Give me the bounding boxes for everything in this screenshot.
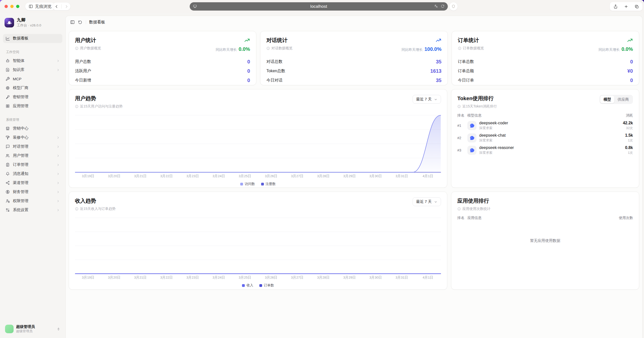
sidebar-item-应用管理[interactable]: 应用管理 (3, 102, 62, 111)
x-axis-label: 3月20日 (101, 174, 127, 178)
sidebar-item-订单管理[interactable]: 订单管理 (3, 160, 62, 169)
ranking-toggle: 模型 供应商 (599, 95, 633, 104)
sidebar-section-label: 工作空间 (6, 50, 65, 54)
stat-value: 0 (247, 68, 250, 74)
stat-rows: 用户总数0活跃用户0今日新增0 (75, 57, 250, 85)
translate-icon[interactable] (434, 4, 438, 8)
reload-icon[interactable] (441, 4, 445, 8)
card-subtitle: 订单数据概览 (463, 46, 484, 51)
model-provider: 深度求索 (479, 151, 514, 155)
range-select[interactable]: 最近 7 天 (413, 197, 441, 206)
toggle-model[interactable]: 模型 (600, 96, 614, 103)
sidebar-item-知识库[interactable]: 知识库 (3, 65, 62, 74)
new-tab-button[interactable] (624, 4, 628, 9)
user-menu[interactable]: 超级管理员 超级管理员 (3, 322, 62, 335)
sidebar-item-系统设置[interactable]: 系统设置 (3, 206, 62, 215)
growth-line: 同比昨天增长0.0% (216, 46, 250, 52)
forward-button[interactable] (63, 3, 70, 10)
x-axis-label: 3月31日 (389, 275, 415, 280)
growth-label: 同比昨天增长 (401, 48, 423, 52)
planet-icon (6, 20, 12, 26)
tabs-button[interactable] (634, 4, 639, 9)
x-axis-label: 3月22日 (153, 275, 180, 280)
page-title: 数据看板 (89, 20, 105, 25)
stat-value: 35 (436, 78, 441, 83)
sidebar-item-财务管理[interactable]: 财务管理 (3, 187, 62, 197)
x-axis-label: 3月20日 (101, 275, 127, 280)
card-title: 用户统计 (75, 37, 101, 44)
info-icon (75, 207, 78, 211)
stat-value: 0 (630, 59, 633, 65)
sidebar-item-label: 数据看板 (13, 36, 28, 41)
store-icon (6, 126, 10, 131)
model-info: deepseek-reasoner深度求索 (479, 145, 514, 155)
shield-button[interactable] (449, 2, 458, 11)
chart-legend: 收入订单数 (75, 283, 441, 288)
minimize-button[interactable] (10, 5, 14, 8)
chevrons-up-down-icon (57, 327, 60, 331)
sidebar-item-模型厂商[interactable]: 模型厂商 (3, 84, 62, 93)
range-select[interactable]: 最近 7 天 (413, 95, 441, 104)
stat-label: 今日订单 (458, 78, 474, 83)
toolbar-actions (610, 2, 642, 11)
col-info: 模型信息 (467, 113, 626, 118)
sidebar-item-label: 渠道管理 (13, 180, 28, 185)
users-icon (6, 154, 10, 158)
growth-label: 同比昨天增长 (598, 48, 620, 52)
chart-legend: 访问数注册数 (75, 182, 441, 186)
sidebar-item-智能体[interactable]: 智能体 (3, 56, 62, 65)
stat-rows: 订单总数0订单总额¥0今日订单0 (458, 57, 633, 85)
stat-label: Token总数 (266, 68, 285, 74)
sidebar-item-装修中心[interactable]: 装修中心 (3, 133, 62, 142)
card-title: 应用使用排行 (457, 197, 491, 204)
card-subtitle: 近15天Token消耗排行 (462, 104, 497, 109)
stat-label: 订单总数 (458, 59, 474, 64)
dashboard-content: 用户统计用户数据概览同比昨天增长0.0%用户总数0活跃用户0今日新增0对话统计对… (66, 28, 642, 290)
info-icon (75, 47, 78, 50)
user-trend-card: 用户趋势 近15天用户访问与注册趋势 最近 7 天 3月19日3月20日3 (69, 89, 447, 188)
x-axis-label: 3月29日 (336, 174, 363, 178)
sidebar-item-label: 营销中心 (13, 126, 28, 131)
knowledge-icon (6, 68, 10, 72)
incognito-badge[interactable]: 无痕浏览 (25, 3, 55, 10)
growth-value: 100.0% (424, 46, 441, 52)
toggle-provider[interactable]: 供应商 (614, 96, 632, 103)
growth-value: 0.0% (238, 46, 250, 52)
legend-label: 收入 (247, 283, 253, 288)
back-button[interactable] (53, 3, 60, 10)
x-axis-label: 3月25日 (232, 174, 258, 178)
legend-item: 访问数 (240, 182, 255, 186)
sidebar-item-MCP[interactable]: MCP (3, 74, 62, 84)
chevron-right-icon (56, 208, 60, 212)
sidebar-item-对话管理[interactable]: 对话管理 (3, 142, 62, 151)
panel-toggle-button[interactable] (69, 18, 76, 26)
card-subtitle-row: 用户数据概览 (75, 46, 101, 51)
settings-icon (6, 208, 10, 212)
sidebar-item-密钥管理[interactable]: 密钥管理 (3, 93, 62, 102)
url-bar[interactable]: localhost (190, 2, 448, 11)
sidebar-item-渠道管理[interactable]: 渠道管理 (3, 178, 62, 187)
rank-number: #2 (457, 136, 467, 140)
deepseek-logo-icon (467, 133, 476, 142)
shield-icon (451, 4, 456, 9)
dollar-icon (6, 190, 10, 194)
sidebar-item-营销中心[interactable]: 营销中心 (3, 124, 62, 133)
url-text: localhost (190, 4, 448, 9)
sidebar-item-权限管理[interactable]: 权限管理 (3, 197, 62, 206)
stat-value: 35 (436, 59, 441, 65)
maximize-button[interactable] (16, 5, 19, 8)
refresh-button[interactable] (76, 18, 84, 26)
workspace-switcher[interactable]: 九卿 工作台 · v26.0.0 (5, 18, 61, 28)
sidebar-item-用户管理[interactable]: 用户管理 (3, 151, 62, 160)
deepseek-logo-icon (467, 121, 476, 130)
sidebar-item-label: 模型厂商 (13, 85, 28, 91)
stat-row: 今日对话35 (266, 76, 441, 85)
sidebar-item-消息通知[interactable]: 消息通知 (3, 169, 62, 178)
sidebar-item-dashboard[interactable]: 数据看板 (3, 34, 62, 43)
wrench-icon (6, 77, 10, 81)
model-name: deepseek-coder (479, 121, 508, 126)
close-button[interactable] (5, 5, 8, 8)
x-axis-label: 3月30日 (363, 174, 389, 178)
model-usage: 42.2k32次 (623, 121, 633, 130)
share-button[interactable] (613, 4, 618, 9)
